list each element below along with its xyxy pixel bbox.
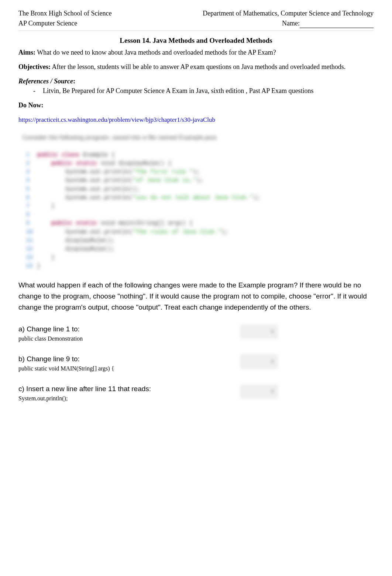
- code-content: System.out.println("The rules of Java Cl…: [37, 228, 228, 237]
- objectives-text: After the lesson, students will be able …: [51, 63, 345, 70]
- line-number: 9: [26, 219, 37, 228]
- objectives-section: Objectives: After the lesson, students w…: [18, 62, 374, 72]
- line-number: 12: [26, 245, 37, 253]
- code-block: 1public class Example {2 public static v…: [22, 151, 374, 271]
- question-instructions: What would happen if each of the followi…: [18, 280, 374, 313]
- references-label: References / Source: [18, 77, 73, 85]
- code-line: 2 public static void displayRule() {: [26, 159, 374, 168]
- question-code: System.out.println();: [18, 394, 241, 403]
- aims-section: Aims: What do we need to know about Java…: [18, 48, 374, 57]
- question-text-block: a) Change line 1 to:public class Demonst…: [18, 324, 241, 343]
- line-number: 5: [26, 185, 37, 194]
- code-content: System.out.println("you do not talk abou…: [37, 194, 260, 202]
- practice-link[interactable]: https://practiceit.cs.washington.edu/pro…: [18, 116, 215, 123]
- bullet-dash: -: [33, 86, 35, 96]
- code-content: displayRule();: [37, 245, 115, 253]
- name-field: Name:: [282, 19, 374, 28]
- aims-label: Aims:: [18, 49, 35, 56]
- do-now-section: Do Now:: [18, 101, 374, 110]
- lesson-title: Lesson 14. Java Methods and Overloaded M…: [18, 36, 374, 46]
- code-content: public class Example {: [37, 151, 115, 159]
- line-number: 11: [26, 237, 37, 245]
- code-content: System.out.println("The first rule ");: [37, 168, 200, 176]
- references-section: References / Source: - Litvin, Be Prepar…: [18, 77, 374, 95]
- blurred-intro-text: Consider the following program, saved in…: [22, 133, 374, 142]
- code-line: 7 }: [26, 202, 374, 211]
- line-number: 13: [26, 253, 37, 262]
- code-line: 1public class Example {: [26, 151, 374, 159]
- line-number: 14: [26, 262, 37, 270]
- code-line: 14}: [26, 262, 374, 270]
- code-line: 13 }: [26, 253, 374, 262]
- answer-select[interactable]: [241, 385, 278, 398]
- line-number: 6: [26, 194, 37, 202]
- code-content: }: [37, 253, 55, 262]
- aims-text: What do we need to know about Java metho…: [35, 49, 276, 56]
- question-code: public static void MAIN(String[] args) {: [18, 365, 241, 373]
- code-line: 11 displayRule();: [26, 237, 374, 245]
- document-header: The Bronx High School of Science Departm…: [18, 7, 374, 31]
- line-number: 1: [26, 151, 37, 159]
- name-blank-line: [300, 21, 374, 28]
- department-name: Department of Mathematics, Computer Scie…: [203, 9, 374, 18]
- code-line: 4 System.out.println("of Java Club is,")…: [26, 176, 374, 185]
- line-number: 8: [26, 211, 37, 219]
- line-number: 2: [26, 159, 37, 168]
- question-row: a) Change line 1 to:public class Demonst…: [18, 324, 374, 343]
- answer-select[interactable]: [241, 325, 278, 338]
- code-content: System.out.println("of Java Club is,");: [37, 176, 203, 185]
- question-text-block: b) Change line 9 to:public static void M…: [18, 354, 241, 373]
- code-content: }: [37, 202, 55, 211]
- code-line: 12 displayRule();: [26, 245, 374, 253]
- code-content: System.out.println();: [37, 185, 140, 194]
- do-now-label: Do Now:: [18, 101, 374, 110]
- objectives-label: Objectives:: [18, 63, 51, 70]
- reference-item: Litvin, Be Prepared for AP Computer Scie…: [43, 86, 314, 96]
- code-content: public static void main(String[] args) {: [37, 219, 193, 228]
- line-number: 10: [26, 228, 37, 237]
- question-row: b) Change line 9 to:public static void M…: [18, 354, 374, 373]
- code-line: 9 public static void main(String[] args)…: [26, 219, 374, 228]
- code-content: public static void displayRule() {: [37, 159, 172, 168]
- question-prompt: b) Change line 9 to:: [18, 354, 241, 364]
- school-name: The Bronx High School of Science: [18, 9, 111, 18]
- code-line: 3 System.out.println("The first rule ");: [26, 168, 374, 176]
- code-line: 10 System.out.println("The rules of Java…: [26, 228, 374, 237]
- answer-select[interactable]: [241, 355, 278, 368]
- line-number: 4: [26, 176, 37, 185]
- course-name: AP Computer Science: [18, 19, 77, 28]
- line-number: 7: [26, 202, 37, 211]
- question-code: public class Demonstration: [18, 335, 241, 343]
- question-prompt: c) Insert a new line after line 11 that …: [18, 384, 241, 394]
- question-text-block: c) Insert a new line after line 11 that …: [18, 384, 241, 403]
- code-line: 8: [26, 211, 374, 219]
- code-content: }: [37, 262, 41, 270]
- question-prompt: a) Change line 1 to:: [18, 324, 241, 334]
- blurred-code-section: Consider the following program, saved in…: [22, 132, 374, 272]
- question-row: c) Insert a new line after line 11 that …: [18, 384, 374, 403]
- code-content: displayRule();: [37, 237, 115, 245]
- code-line: 5 System.out.println();: [26, 185, 374, 194]
- code-line: 6 System.out.println("you do not talk ab…: [26, 194, 374, 202]
- line-number: 3: [26, 168, 37, 176]
